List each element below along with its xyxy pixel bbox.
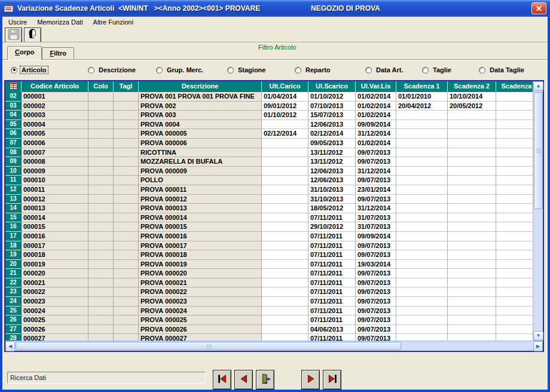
cell-scadenza1[interactable]	[396, 167, 448, 176]
radio-stagione[interactable]: Stagione	[227, 66, 267, 74]
cell-tagl[interactable]	[114, 241, 139, 251]
row-number[interactable]: 26	[5, 316, 22, 325]
cell-codice[interactable]: 000023	[22, 297, 88, 307]
cell-codice[interactable]: 000003	[22, 111, 88, 120]
cell-ul_var_lis[interactable]: 01/02/2014	[356, 111, 396, 120]
cell-ul_var_lis[interactable]: 09/07/2013	[356, 325, 396, 335]
cell-colo[interactable]	[88, 222, 114, 232]
radio-taglie[interactable]: Taglie	[422, 66, 453, 74]
cell-ul_var_lis[interactable]: 09/07/2013	[356, 334, 396, 341]
search-field[interactable]: Ricerca Dati	[7, 372, 206, 384]
cell-colo[interactable]	[88, 185, 114, 195]
cell-ul_scarico[interactable]: 07/11/2011	[308, 232, 356, 241]
cell-codice[interactable]: 000005	[22, 129, 88, 139]
cell-ult_carico[interactable]: 01/10/2012	[262, 111, 308, 120]
cell-colo[interactable]	[88, 269, 114, 278]
cell-scadenza1[interactable]	[396, 195, 448, 204]
cell-colo[interactable]	[88, 260, 114, 270]
menu-item-uscire[interactable]: Uscire	[7, 18, 28, 26]
cell-colo[interactable]	[88, 213, 114, 223]
cell-ul_var_lis[interactable]: 09/07/2013	[356, 297, 396, 307]
cell-colo[interactable]	[88, 204, 114, 213]
cell-ul_scarico[interactable]: 15/07/2013	[308, 111, 356, 120]
grid-vertical-scrollbar[interactable]: ▲ ▼	[533, 81, 543, 341]
cell-scadenza1[interactable]	[396, 120, 448, 130]
cell-ult_carico[interactable]	[262, 185, 308, 195]
cell-scadenza1[interactable]	[396, 269, 448, 278]
cell-ult_carico[interactable]	[262, 120, 308, 130]
cell-scadenza2[interactable]	[448, 316, 496, 325]
cell-tagl[interactable]	[114, 102, 139, 111]
cell-scadenza2[interactable]	[448, 176, 496, 185]
cell-tagl[interactable]	[114, 167, 139, 176]
cell-ul_var_lis[interactable]: 31/12/2014	[356, 167, 396, 176]
cell-codice[interactable]: 000015	[22, 222, 88, 232]
row-number[interactable]: 17	[5, 232, 22, 241]
cell-colo[interactable]	[88, 92, 114, 102]
cell-ul_scarico[interactable]: 02/12/2014	[308, 129, 356, 139]
vertical-scroll-thumb[interactable]	[534, 92, 543, 209]
cell-descrizione[interactable]: POLLO	[139, 176, 262, 185]
cell-colo[interactable]	[88, 111, 114, 120]
cell-ul_var_lis[interactable]: 09/07/2013	[356, 241, 396, 251]
row-number[interactable]: 18	[5, 241, 22, 251]
cell-scadenza2[interactable]: 20/05/2012	[448, 102, 496, 111]
cell-scadenza2[interactable]	[448, 148, 496, 158]
cell-colo[interactable]	[88, 157, 114, 167]
cell-scadenza1[interactable]: 01/01/2010	[396, 92, 448, 102]
cell-colo[interactable]	[88, 307, 114, 316]
row-number[interactable]: 04	[5, 111, 22, 120]
cell-ult_carico[interactable]: 01/04/2014	[262, 92, 308, 102]
cell-colo[interactable]	[88, 334, 114, 341]
cell-ul_scarico[interactable]: 09/05/2013	[308, 139, 356, 148]
menu-item-altre-funzioni[interactable]: Altre Funzioni	[92, 18, 135, 26]
cell-descrizione[interactable]: PROVA 000013	[139, 204, 262, 213]
cell-ul_var_lis[interactable]: 31/12/2014	[356, 204, 396, 213]
cell-scadenza1[interactable]: 20/04/2012	[396, 102, 448, 111]
cell-scadenza1[interactable]	[396, 222, 448, 232]
cell-scadenza2[interactable]	[448, 120, 496, 130]
cell-ult_carico[interactable]	[262, 232, 308, 241]
cell-descrizione[interactable]: RICOTTINA	[139, 148, 262, 158]
cell-scadenza1[interactable]	[396, 111, 448, 120]
cell-descrizione[interactable]: PROVA 000023	[139, 297, 262, 307]
column-header-ul-var-lis[interactable]: Ul.Var.Lis	[356, 81, 396, 92]
row-number[interactable]: 11	[5, 176, 22, 185]
menu-item-memorizza-dati[interactable]: Memorizza Dati	[36, 18, 84, 26]
cell-ul_scarico[interactable]: 18/05/2012	[308, 204, 356, 213]
cell-codice[interactable]: 000008	[22, 157, 88, 167]
cell-ul_var_lis[interactable]: 31/12/2014	[356, 129, 396, 139]
cell-tagl[interactable]	[114, 213, 139, 223]
cell-scadenza1[interactable]	[396, 176, 448, 185]
cell-ul_scarico[interactable]: 07/11/2011	[308, 287, 356, 297]
cell-colo[interactable]	[88, 129, 114, 139]
scroll-down-arrow-icon[interactable]: ▼	[533, 331, 543, 341]
cell-codice[interactable]: 000017	[22, 241, 88, 251]
row-number[interactable]: 10	[5, 167, 22, 176]
scroll-right-arrow-icon[interactable]: ▶	[533, 341, 543, 351]
cell-descrizione[interactable]: PROVA 0004	[139, 120, 262, 130]
cell-ul_scarico[interactable]: 07/11/2011	[308, 297, 356, 307]
cell-tagl[interactable]	[114, 334, 139, 341]
cell-ult_carico[interactable]	[262, 316, 308, 325]
cell-ul_scarico[interactable]: 01/10/2012	[308, 92, 356, 102]
cell-scadenza1[interactable]	[396, 204, 448, 213]
cell-scadenza1[interactable]	[396, 250, 448, 260]
cell-codice[interactable]: 000001	[22, 92, 88, 102]
cell-tagl[interactable]	[114, 176, 139, 185]
cell-ul_var_lis[interactable]: 09/07/2013	[356, 176, 396, 185]
cell-scadenza2[interactable]	[448, 213, 496, 223]
radio-circle-icon[interactable]	[422, 67, 429, 74]
cell-ult_carico[interactable]	[262, 250, 308, 260]
cell-ul_scarico[interactable]: 07/11/2011	[308, 241, 356, 251]
cell-ult_carico[interactable]	[262, 167, 308, 176]
cell-tagl[interactable]	[114, 316, 139, 325]
cell-ul_scarico[interactable]: 04/06/2013	[308, 325, 356, 335]
cell-codice[interactable]: 000024	[22, 307, 88, 316]
cell-scadenza1[interactable]	[396, 278, 448, 288]
cell-ul_scarico[interactable]: 07/11/2011	[308, 334, 356, 341]
cell-scadenza2[interactable]	[448, 195, 496, 204]
cell-ul_scarico[interactable]: 12/06/2013	[308, 176, 356, 185]
cell-ul_scarico[interactable]: 13/11/2012	[308, 157, 356, 167]
cell-ul_var_lis[interactable]: 09/07/2013	[356, 307, 396, 316]
